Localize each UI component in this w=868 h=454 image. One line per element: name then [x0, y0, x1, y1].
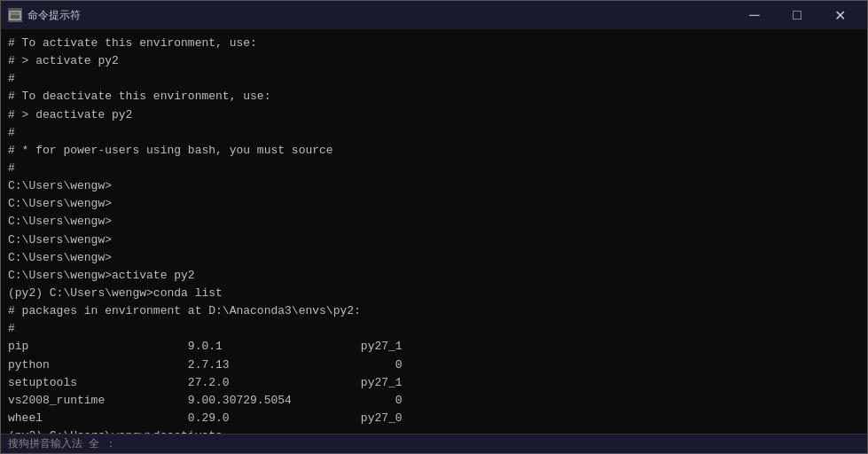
- terminal-line: # packages in environment at D:\Anaconda…: [8, 302, 860, 320]
- terminal-line: python 2.7.13 0: [8, 356, 860, 374]
- terminal-line: C:\Users\wengw>: [8, 213, 860, 231]
- title-bar-left: 命令提示符: [8, 8, 81, 23]
- terminal-line: #: [8, 320, 860, 338]
- window-title: 命令提示符: [27, 8, 81, 23]
- terminal-line: C:\Users\wengw>activate py2: [8, 267, 860, 285]
- terminal-line: #: [8, 70, 860, 88]
- terminal-line: #: [8, 160, 860, 177]
- terminal-line: # * for power-users using bash, you must…: [8, 142, 860, 160]
- window-icon: [8, 8, 22, 22]
- terminal-line: # > activate py2: [8, 52, 860, 70]
- minimize-button[interactable]: ─: [734, 1, 775, 29]
- window-controls: ─ □ ✕: [734, 1, 860, 29]
- terminal-line: C:\Users\wengw>: [8, 249, 860, 267]
- terminal-line: # To deactivate this environment, use:: [8, 88, 860, 106]
- status-bar: 搜狗拼音输入法 全 ：: [1, 434, 867, 453]
- terminal-line: # > deactivate py2: [8, 106, 860, 124]
- title-bar: 命令提示符 ─ □ ✕: [1, 1, 867, 29]
- terminal-line: vs2008_runtime 9.00.30729.5054 0: [8, 392, 860, 410]
- terminal-line: (py2) C:\Users\wengw>deactivate: [8, 427, 860, 434]
- terminal-line: # To activate this environment, use:: [8, 35, 860, 52]
- ime-status: 搜狗拼音输入法 全 ：: [8, 436, 116, 451]
- terminal-line: C:\Users\wengw>: [8, 231, 860, 249]
- terminal-line: C:\Users\wengw>: [8, 177, 860, 195]
- maximize-button[interactable]: □: [777, 1, 817, 29]
- svg-rect-0: [10, 12, 20, 20]
- terminal-body[interactable]: # To activate this environment, use:# > …: [1, 29, 867, 434]
- terminal-line: wheel 0.29.0 py27_0: [8, 410, 860, 427]
- cmd-window: 命令提示符 ─ □ ✕ # To activate this environme…: [0, 0, 868, 454]
- terminal-line: C:\Users\wengw>: [8, 195, 860, 213]
- terminal-line: (py2) C:\Users\wengw>conda list: [8, 285, 860, 302]
- terminal-line: pip 9.0.1 py27_1: [8, 338, 860, 356]
- terminal-line: setuptools 27.2.0 py27_1: [8, 374, 860, 392]
- terminal-line: #: [8, 124, 860, 142]
- close-button[interactable]: ✕: [819, 1, 860, 29]
